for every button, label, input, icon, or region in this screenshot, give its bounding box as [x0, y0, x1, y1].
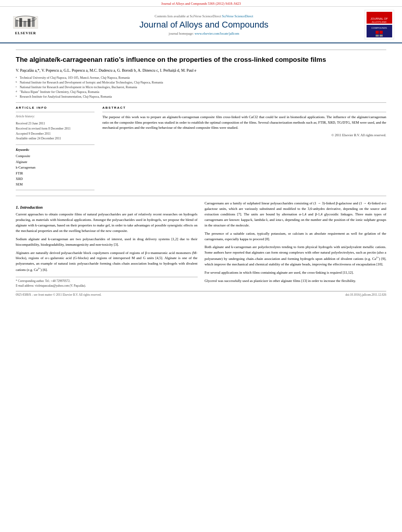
- affiliation-a: a Technical University of Cluj-Napoca, 1…: [16, 76, 386, 80]
- homepage-link[interactable]: www.elsevier.com/locate/jallcom: [195, 32, 239, 35]
- aff-sup-c: c: [16, 85, 19, 89]
- affiliation-c: c National Institute for Research and De…: [16, 85, 386, 90]
- received-date: Received 23 June 2011: [16, 121, 94, 126]
- intro-para-2: Sodium alginate and k-carrageenan are tw…: [16, 237, 198, 248]
- svg-rect-1: [15, 20, 18, 27]
- abstract-col: ABSTRACT The purpose of this work was to…: [102, 106, 386, 193]
- aff-text-c: National Institute for Research and Deve…: [20, 85, 137, 90]
- aff-text-b: National Institute for Research and Deve…: [20, 80, 163, 85]
- email-note: E-mail address: violetapascalau@yahoo.co…: [16, 284, 198, 288]
- body-right-col: Carrageenans are a family of sulphated l…: [205, 201, 387, 288]
- right-para-5: Glycerol was successfully used as plasti…: [205, 278, 387, 284]
- aff-text-d: "Raluca Ripan" Institute for Chemistry, …: [20, 90, 99, 95]
- page-footer: 0925-8388/$ – see front matter © 2011 El…: [16, 291, 386, 298]
- right-para-4: For several applications in which films …: [205, 270, 387, 276]
- article-title: The alginate/k-carrageenan ratio’s influ…: [16, 56, 386, 64]
- svg-rect-2: [19, 18, 22, 26]
- contents-line: Contents lists available at SciVerse Sci…: [43, 14, 365, 18]
- journal-main-title: Journal of Alloys and Compounds: [43, 20, 365, 30]
- aff-sup-d: d: [16, 90, 19, 93]
- journal-homepage: journal homepage: www.elsevier.com/locat…: [43, 32, 365, 35]
- corresponding-note: * Corresponding author. Tel.: +40 729970…: [16, 279, 198, 283]
- affiliation-d: d "Raluca Ripan" Institute for Chemistry…: [16, 90, 386, 95]
- journal-citation-bar: Journal of Alloys and Compounds 536S (20…: [0, 0, 402, 7]
- aff-text-a: Technical University of Cluj-Napoca, 103…: [20, 76, 130, 80]
- elsevier-tree-icon: [10, 15, 41, 30]
- svg-text:COMPOUNDS: COMPOUNDS: [371, 27, 387, 29]
- elsevier-logo: ELSEVIER: [8, 14, 43, 35]
- keywords-divider: [16, 145, 94, 145]
- intro-para-3: Alginates are naturally derived polysacc…: [16, 250, 198, 273]
- journal-logo-right: JOURNAL OF ALLOYS AND COMPOUNDS: [365, 10, 394, 39]
- affiliation-e: e Research Institute for Analytical Inst…: [16, 95, 386, 99]
- right-para-2: The presence of a suitable cation, typic…: [205, 231, 387, 242]
- keywords-section: Keywords: Composite Alginate k-Carrageen…: [16, 148, 94, 187]
- svg-text:JOURNAL OF: JOURNAL OF: [371, 17, 388, 20]
- keyword-composite: Composite: [16, 153, 94, 159]
- authors-text: V. Paşcalău a,*, V. Popescu a, G.L. Pope…: [16, 68, 196, 72]
- right-para-1: Carrageenans are a family of sulphated l…: [205, 201, 387, 228]
- abstract-text: The purpose of this work was to prepare …: [102, 115, 386, 131]
- svg-rect-14: [380, 31, 383, 34]
- footnote-area: * Corresponding author. Tel.: +40 729970…: [16, 277, 198, 288]
- contents-text: Contents lists available at SciVerse Sci…: [155, 14, 221, 18]
- top-divider: [16, 50, 386, 50]
- bottom-info-divider: [16, 190, 94, 190]
- affiliations-block: a Technical University of Cluj-Napoca, 1…: [16, 76, 386, 99]
- copyright-line: © 2011 Elsevier B.V. All rights reserved…: [102, 133, 386, 137]
- keyword-carrageenan: k-Carrageenan: [16, 165, 94, 170]
- svg-rect-16: [380, 35, 383, 37]
- issn-text: 0925-8388/$ – see front matter © 2011 El…: [16, 293, 102, 297]
- page-wrapper: Journal of Alloys and Compounds 536S (20…: [0, 0, 402, 532]
- keyword-ftir: FTIR: [16, 171, 94, 176]
- introduction-title: 1. Introduction: [16, 205, 198, 209]
- elsevier-tree-svg: [10, 15, 41, 30]
- intro-para-1: Current approaches to obtain composite f…: [16, 212, 198, 234]
- mid-divider: [16, 102, 386, 103]
- homepage-label: journal homepage:: [169, 32, 195, 35]
- body-divider: [16, 196, 386, 196]
- svg-rect-4: [28, 19, 30, 26]
- body-columns: 1. Introduction Current approaches to ob…: [16, 201, 386, 288]
- aff-sup-a: a: [16, 76, 19, 79]
- keyword-xrd: XRD: [16, 176, 94, 182]
- keyword-sem: SEM: [16, 182, 94, 187]
- svg-rect-15: [376, 35, 379, 37]
- authors-line: V. Paşcalău a,*, V. Popescu a, G.L. Pope…: [16, 67, 386, 73]
- keywords-title: Keywords:: [16, 148, 94, 152]
- abstract-divider: [102, 112, 386, 112]
- svg-text:ALLOYS AND: ALLOYS AND: [372, 21, 387, 23]
- revised-date: Received in revised form 8 December 2011: [16, 126, 94, 132]
- svg-rect-5: [32, 17, 35, 27]
- history-label: Article history:: [16, 115, 35, 118]
- aff-sup-b: b: [16, 80, 19, 84]
- accepted-date: Accepted 9 December 2011: [16, 132, 94, 137]
- journal-header: ELSEVIER Contents lists available at Sci…: [0, 7, 402, 43]
- keyword-alginate: Alginate: [16, 159, 94, 165]
- body-left-col: 1. Introduction Current approaches to ob…: [16, 201, 198, 288]
- svg-rect-3: [24, 21, 26, 27]
- sciverse-link[interactable]: SciVerse ScienceDirect: [222, 14, 254, 18]
- article-content: The alginate/k-carrageenan ratio’s influ…: [0, 43, 402, 302]
- journal-title-block: Contents lists available at SciVerse Sci…: [43, 14, 365, 35]
- right-para-3: Both alginate and k-carrageenan are poly…: [205, 245, 387, 267]
- available-date: Available online 24 December 2011: [16, 136, 94, 141]
- aff-text-e: Research Institute for Analytical Instru…: [20, 95, 112, 99]
- affiliation-b: b National Institute for Research and De…: [16, 80, 386, 85]
- article-info-col: ARTICLE INFO Article history: Received 2…: [16, 106, 94, 193]
- aff-sup-e: e: [16, 95, 19, 98]
- info-abstract-block: ARTICLE INFO Article history: Received 2…: [16, 106, 386, 193]
- dates-block: Received 23 June 2011 Received in revise…: [16, 121, 94, 141]
- journal-citation: Journal of Alloys and Compounds 536S (20…: [161, 2, 241, 6]
- info-divider: [16, 112, 94, 112]
- article-history-label: Article history:: [16, 115, 94, 118]
- article-info-label: ARTICLE INFO: [16, 106, 94, 109]
- doi-text: doi:10.1016/j.jallcom.2011.12.026: [345, 293, 386, 297]
- svg-rect-13: [376, 31, 379, 34]
- jac-logo-svg: JOURNAL OF ALLOYS AND COMPOUNDS: [365, 10, 394, 39]
- elsevier-wordmark: ELSEVIER: [15, 31, 36, 35]
- abstract-label: ABSTRACT: [102, 106, 386, 109]
